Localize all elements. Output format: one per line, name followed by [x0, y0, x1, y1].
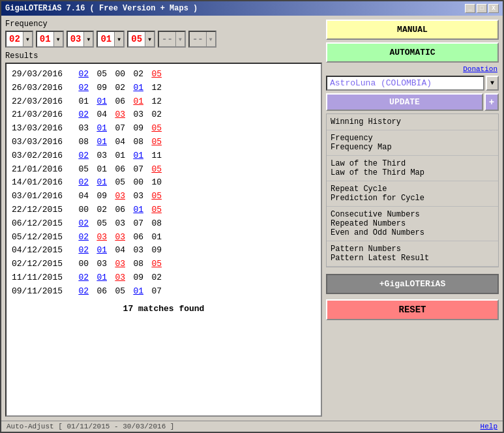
table-row: 06/12/20150205030708: [12, 217, 316, 231]
result-date: 04/12/2015: [12, 244, 70, 258]
result-number: 07: [147, 285, 162, 299]
result-number: 01: [93, 271, 107, 285]
result-number: 07: [129, 163, 143, 177]
result-number: 12: [147, 95, 162, 109]
result-date: 09/11/2015: [12, 285, 70, 299]
donation-link[interactable]: Donation: [326, 65, 499, 73]
lottery-select[interactable]: AstroLuna (COLOMBIA): [326, 76, 484, 91]
freq-arrow-2[interactable]: ▼: [53, 32, 63, 46]
manual-button[interactable]: MANUAL: [326, 20, 499, 40]
table-row: 21/01/20160501060705: [12, 163, 316, 177]
result-date: 22/03/2016: [12, 95, 70, 109]
result-number: 01: [147, 231, 162, 245]
reset-button[interactable]: RESET: [326, 299, 499, 320]
menu-pattern-numbers[interactable]: Pattern NumbersPattern Latest Result: [327, 241, 498, 267]
results-box[interactable]: 29/03/2016020500020526/03/20160209020112…: [5, 63, 322, 417]
menu-group: Winning History FrequencyFrequency Map L…: [326, 113, 499, 267]
freq-arrow-3[interactable]: ▼: [83, 32, 93, 46]
table-row: 09/11/20150206050107: [12, 285, 316, 299]
result-date: 21/01/2016: [12, 163, 70, 177]
freq-select-2[interactable]: 01 ▼: [36, 31, 64, 48]
freq-value-2: 01: [37, 34, 53, 44]
maximize-button[interactable]: □: [477, 4, 487, 13]
lottery-dropdown-row: AstroLuna (COLOMBIA) ▼: [326, 76, 499, 91]
freq-select-4[interactable]: 01 ▼: [96, 31, 125, 48]
lottery-dropdown-arrow[interactable]: ▼: [486, 76, 499, 91]
main-window: GigaLOTERíAS 7.16 ( Free Version + Maps …: [0, 0, 504, 433]
freq-select-5[interactable]: 05 ▼: [127, 31, 155, 48]
result-number: 05: [147, 163, 162, 177]
result-number: 02: [74, 285, 89, 299]
plus-button[interactable]: +: [484, 93, 499, 111]
menu-consecutive-numbers[interactable]: Consecutive NumbersRepeated NumbersEven …: [327, 207, 498, 241]
result-number: 09: [129, 122, 143, 136]
result-number: 01: [93, 95, 107, 109]
result-date: 14/01/2016: [12, 176, 70, 190]
result-number: 05: [93, 68, 107, 82]
result-number: 05: [147, 136, 162, 149]
update-row: UPDATE +: [326, 93, 499, 111]
result-number: 08: [129, 258, 143, 271]
table-row: 03/03/20160801040805: [12, 136, 316, 149]
freq-select-1[interactable]: 02 ▼: [5, 31, 33, 48]
result-number: 09: [93, 190, 107, 203]
result-number: 03: [93, 231, 107, 245]
result-number: 05: [147, 68, 162, 82]
result-number: 09: [147, 244, 162, 258]
help-link[interactable]: Help: [481, 423, 497, 430]
result-number: 06: [93, 285, 107, 299]
table-row: 02/12/20150003030805: [12, 258, 316, 271]
result-number: 12: [147, 82, 162, 95]
result-number: 05: [111, 285, 125, 299]
freq-value-4: 01: [98, 34, 114, 44]
result-number: 01: [129, 203, 143, 217]
table-row: 21/03/20160204030302: [12, 108, 316, 122]
freq-arrow-5[interactable]: ▼: [145, 32, 154, 46]
window-controls: _ □ X: [465, 4, 499, 13]
table-row: 03/01/20160409030305: [12, 190, 316, 203]
freq-value-5: 05: [128, 34, 145, 44]
result-number: 01: [74, 95, 89, 109]
result-number: 00: [74, 258, 89, 271]
matches-count: 17 matches found: [12, 304, 316, 314]
result-number: 02: [147, 108, 162, 122]
menu-frequency[interactable]: FrequencyFrequency Map: [327, 130, 498, 156]
menu-repeat-cycle[interactable]: Repeat CyclePrediction for Cycle: [327, 181, 498, 207]
result-number: 02: [147, 271, 162, 285]
table-row: 26/03/20160209020112: [12, 82, 316, 95]
result-number: 02: [74, 176, 89, 190]
main-content: Frequency 02 ▼ 01 ▼ 03 ▼ 0: [1, 16, 503, 421]
result-number: 02: [74, 217, 89, 231]
menu-law-of-third[interactable]: Law of the ThirdLaw of the Third Map: [327, 156, 498, 181]
close-button[interactable]: X: [488, 4, 499, 13]
result-number: 04: [111, 244, 125, 258]
frequency-row: 02 ▼ 01 ▼ 03 ▼ 01 ▼: [5, 31, 322, 48]
result-number: 07: [111, 122, 125, 136]
update-button[interactable]: UPDATE: [326, 93, 483, 111]
result-number: 02: [74, 82, 89, 95]
freq-arrow-6: ▼: [175, 32, 185, 46]
freq-select-3[interactable]: 03 ▼: [67, 31, 95, 48]
freq-arrow-7: ▼: [206, 32, 215, 46]
result-number: 00: [74, 203, 89, 217]
result-number: 02: [129, 68, 143, 82]
results-section: Results 29/03/2016020500020526/03/201602…: [5, 52, 322, 417]
result-date: 03/01/2016: [12, 190, 70, 203]
freq-arrow-4[interactable]: ▼: [114, 32, 123, 46]
result-number: 03: [111, 271, 125, 285]
menu-winning-history[interactable]: Winning History: [327, 114, 498, 130]
result-number: 05: [93, 217, 107, 231]
result-number: 02: [74, 149, 89, 163]
result-number: 03: [111, 258, 125, 271]
gigloterias-button[interactable]: +GigaLOTERíAS: [326, 274, 499, 294]
status-bar: Auto-Adjust [ 01/11/2015 - 30/03/2016 ] …: [1, 421, 503, 432]
status-text: Auto-Adjust [ 01/11/2015 - 30/03/2016 ]: [7, 423, 174, 430]
minimize-button[interactable]: _: [465, 4, 475, 13]
freq-value-3: 03: [68, 34, 84, 44]
result-date: 11/11/2015: [12, 271, 70, 285]
automatic-button[interactable]: AUTOMATIC: [326, 42, 499, 63]
result-number: 03: [129, 244, 143, 258]
freq-arrow-1[interactable]: ▼: [23, 32, 32, 46]
result-number: 04: [111, 136, 125, 149]
result-number: 08: [74, 136, 89, 149]
